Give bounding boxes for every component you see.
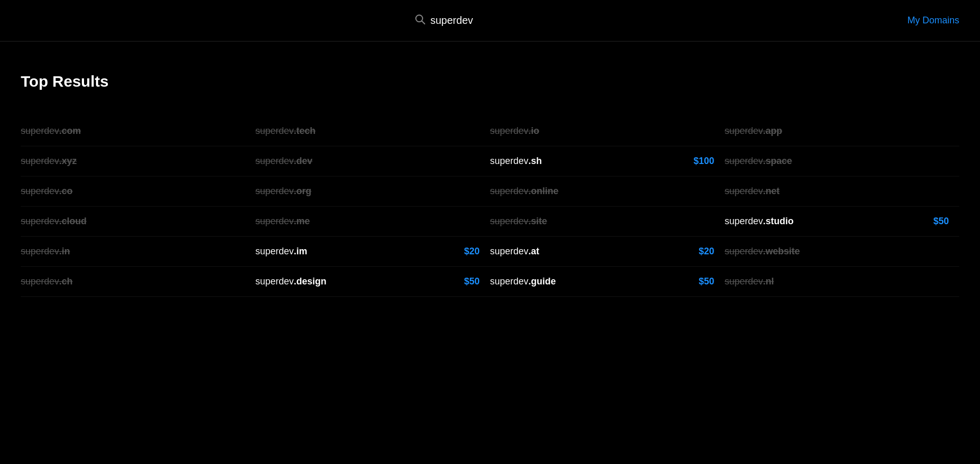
domain-name: superdev.at bbox=[490, 246, 539, 257]
search-area bbox=[415, 14, 565, 27]
domain-name: superdev.me bbox=[256, 216, 310, 227]
domain-cell: superdev.net bbox=[725, 176, 960, 207]
domain-name: superdev.online bbox=[490, 186, 558, 197]
domain-cell: superdev.app bbox=[725, 116, 960, 146]
domain-name: superdev.co bbox=[21, 186, 73, 197]
domain-name: superdev.net bbox=[725, 186, 780, 197]
domain-cell[interactable]: superdev.at$20 bbox=[490, 237, 725, 267]
my-domains-link[interactable]: My Domains bbox=[907, 15, 959, 26]
domain-cell: superdev.ch bbox=[21, 267, 256, 297]
header: My Domains bbox=[0, 0, 980, 42]
domain-cell: superdev.org bbox=[256, 176, 491, 207]
domain-name: superdev.design bbox=[256, 276, 327, 287]
domain-name: superdev.guide bbox=[490, 276, 556, 287]
domain-cell: superdev.online bbox=[490, 176, 725, 207]
domain-grid: superdev.comsuperdev.techsuperdev.iosupe… bbox=[21, 116, 959, 297]
svg-line-1 bbox=[422, 21, 425, 24]
search-icon bbox=[415, 14, 425, 27]
domain-cell[interactable]: superdev.guide$50 bbox=[490, 267, 725, 297]
domain-price: $20 bbox=[698, 246, 714, 257]
domain-name: superdev.in bbox=[21, 246, 70, 257]
domain-name: superdev.xyz bbox=[21, 156, 77, 167]
main-content: Top Results superdev.comsuperdev.techsup… bbox=[0, 42, 980, 318]
domain-cell: superdev.in bbox=[21, 237, 256, 267]
domain-cell[interactable]: superdev.sh$100 bbox=[490, 146, 725, 176]
domain-cell[interactable]: superdev.studio$50 bbox=[725, 207, 960, 237]
domain-name: superdev.org bbox=[256, 186, 312, 197]
domain-cell: superdev.xyz bbox=[21, 146, 256, 176]
domain-cell: superdev.io bbox=[490, 116, 725, 146]
domain-cell: superdev.space bbox=[725, 146, 960, 176]
domain-cell[interactable]: superdev.im$20 bbox=[256, 237, 491, 267]
domain-cell: superdev.site bbox=[490, 207, 725, 237]
domain-name: superdev.cloud bbox=[21, 216, 87, 227]
domain-cell: superdev.cloud bbox=[21, 207, 256, 237]
domain-cell: superdev.co bbox=[21, 176, 256, 207]
search-input[interactable] bbox=[430, 15, 565, 26]
domain-price: $50 bbox=[698, 276, 714, 287]
domain-name: superdev.com bbox=[21, 126, 81, 137]
domain-price: $20 bbox=[464, 246, 480, 257]
domain-price: $100 bbox=[693, 156, 714, 167]
domain-name: superdev.site bbox=[490, 216, 547, 227]
domain-cell: superdev.nl bbox=[725, 267, 960, 297]
domain-name: superdev.tech bbox=[256, 126, 316, 137]
section-title: Top Results bbox=[21, 73, 959, 90]
domain-cell: superdev.website bbox=[725, 237, 960, 267]
domain-price: $50 bbox=[933, 216, 949, 227]
domain-name: superdev.app bbox=[725, 126, 782, 137]
domain-name: superdev.ch bbox=[21, 276, 73, 287]
domain-cell: superdev.tech bbox=[256, 116, 491, 146]
domain-cell: superdev.dev bbox=[256, 146, 491, 176]
domain-cell: superdev.com bbox=[21, 116, 256, 146]
domain-cell[interactable]: superdev.design$50 bbox=[256, 267, 491, 297]
domain-name: superdev.io bbox=[490, 126, 539, 137]
domain-name: superdev.im bbox=[256, 246, 307, 257]
domain-name: superdev.sh bbox=[490, 156, 542, 167]
domain-name: superdev.dev bbox=[256, 156, 313, 167]
domain-name: superdev.studio bbox=[725, 216, 794, 227]
domain-name: superdev.website bbox=[725, 246, 800, 257]
domain-price: $50 bbox=[464, 276, 480, 287]
domain-name: superdev.space bbox=[725, 156, 792, 167]
domain-cell: superdev.me bbox=[256, 207, 491, 237]
domain-name: superdev.nl bbox=[725, 276, 774, 287]
